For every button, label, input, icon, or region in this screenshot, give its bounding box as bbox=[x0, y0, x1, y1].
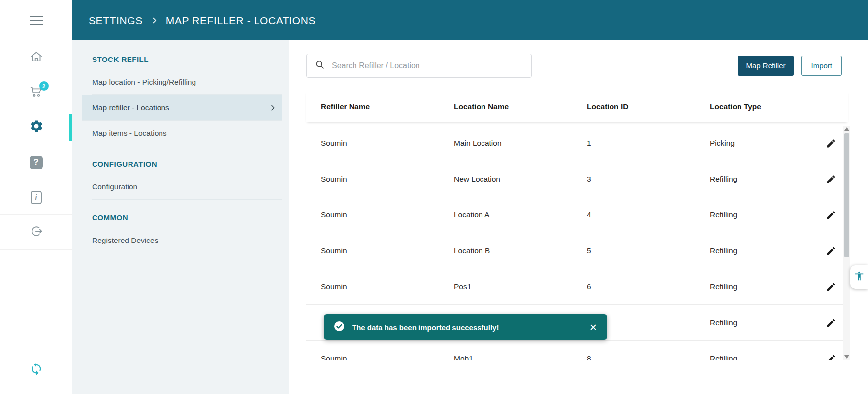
rail-item-info[interactable]: i bbox=[0, 180, 72, 215]
logout-icon bbox=[30, 224, 43, 240]
sidebar-item-configuration[interactable]: Configuration bbox=[92, 174, 282, 200]
rail-item-help[interactable]: ? bbox=[0, 145, 72, 180]
table-row: Soumin Location B 5 Refilling bbox=[306, 233, 848, 269]
sync-icon bbox=[30, 362, 43, 378]
search-icon bbox=[315, 60, 325, 72]
cell-refiller: Soumin bbox=[306, 175, 439, 183]
refresh-button[interactable] bbox=[0, 346, 72, 394]
cell-location: Mob1 bbox=[439, 354, 572, 360]
sidebar-item-map-refiller-locations[interactable]: Map refiller - Locations bbox=[82, 95, 282, 121]
edit-button[interactable] bbox=[823, 243, 839, 259]
toolbar-row: Map Refiller Import bbox=[306, 54, 842, 78]
nav-section-title-stock-refill: STOCK REFILL bbox=[92, 55, 282, 63]
table-row: Soumin Mob1 8 Refilling bbox=[306, 341, 848, 360]
sidebar-item-label: Map refiller - Locations bbox=[92, 103, 169, 112]
chevron-right-icon bbox=[269, 104, 277, 112]
cell-refiller: Soumin bbox=[306, 246, 439, 255]
scroll-down-arrow[interactable] bbox=[844, 355, 849, 359]
cell-location: Main Location bbox=[439, 139, 572, 148]
edit-button[interactable] bbox=[823, 279, 839, 295]
rail-item-home[interactable] bbox=[0, 40, 72, 75]
search-input[interactable] bbox=[332, 61, 523, 70]
cell-refiller: Soumin bbox=[306, 354, 439, 360]
edit-button[interactable] bbox=[823, 171, 839, 187]
cell-type: Picking bbox=[695, 139, 813, 148]
home-icon bbox=[29, 49, 44, 66]
settings-sidebar: STOCK REFILL Map location - Picking/Refi… bbox=[72, 40, 289, 394]
rail-item-settings[interactable] bbox=[0, 110, 72, 145]
nav-section-title-common: COMMON bbox=[92, 213, 282, 222]
table-row: Soumin New Location 3 Refilling bbox=[306, 161, 848, 197]
content-area: STOCK REFILL Map location - Picking/Refi… bbox=[72, 40, 868, 394]
import-button[interactable]: Import bbox=[801, 56, 842, 76]
icon-rail: 2 ? i bbox=[0, 0, 72, 394]
map-refiller-button[interactable]: Map Refiller bbox=[738, 56, 794, 76]
hamburger-menu-button[interactable] bbox=[0, 0, 72, 40]
toast-message: The data has been imported successfully! bbox=[352, 323, 499, 332]
cell-id: 8 bbox=[572, 354, 695, 360]
table-row: Soumin Pos1 6 Refilling bbox=[306, 269, 848, 305]
cell-id: 3 bbox=[572, 175, 695, 183]
cell-type: Refilling bbox=[695, 175, 813, 183]
sidebar-item-label: Configuration bbox=[92, 182, 137, 191]
rail-item-logout[interactable] bbox=[0, 215, 72, 250]
accessibility-icon bbox=[854, 271, 865, 283]
body-column: SETTINGS MAP REFILLER - LOCATIONS STOCK … bbox=[72, 0, 868, 394]
info-icon: i bbox=[31, 191, 42, 204]
hamburger-icon bbox=[30, 13, 43, 28]
cell-id: 1 bbox=[572, 139, 695, 148]
sidebar-item-label: Map location - Picking/Refilling bbox=[92, 78, 196, 87]
breadcrumb-page-title: MAP REFILLER - LOCATIONS bbox=[166, 15, 316, 27]
sidebar-item-label: Map items - Locations bbox=[92, 129, 167, 138]
rail-item-orders[interactable]: 2 bbox=[0, 75, 72, 110]
scroll-up-arrow[interactable] bbox=[844, 127, 849, 131]
app-window: 2 ? i bbox=[0, 0, 868, 394]
cell-type: Refilling bbox=[695, 354, 813, 360]
sidebar-item-label: Registered Devices bbox=[92, 236, 158, 245]
toast-success: The data has been imported successfully!… bbox=[324, 314, 607, 340]
sidebar-item-registered-devices[interactable]: Registered Devices bbox=[92, 228, 282, 253]
cell-id: 5 bbox=[572, 246, 695, 255]
table-row: Soumin Location A 4 Refilling bbox=[306, 197, 848, 233]
cell-refiller: Soumin bbox=[306, 282, 439, 291]
scrollbar-thumb[interactable] bbox=[844, 133, 849, 257]
edit-button[interactable] bbox=[823, 351, 839, 361]
table-row: Soumin Main Location 1 Picking bbox=[306, 125, 848, 161]
cell-id: 6 bbox=[572, 282, 695, 291]
cell-refiller: Soumin bbox=[306, 139, 439, 148]
cell-id: 4 bbox=[572, 211, 695, 219]
main-panel: Map Refiller Import Refiller Name Locati… bbox=[289, 40, 868, 394]
toast-close-button[interactable]: ✕ bbox=[589, 322, 597, 333]
cell-location: Pos1 bbox=[439, 282, 572, 291]
column-header-location-type: Location Type bbox=[695, 102, 813, 111]
edit-button[interactable] bbox=[823, 207, 839, 223]
nav-section-title-configuration: CONFIGURATION bbox=[92, 160, 282, 168]
top-header-bar: SETTINGS MAP REFILLER - LOCATIONS bbox=[72, 0, 868, 40]
cell-location: Location A bbox=[439, 211, 572, 219]
table-header-row: Refiller Name Location Name Location ID … bbox=[306, 91, 848, 122]
cell-refiller: Soumin bbox=[306, 211, 439, 219]
cell-type: Refilling bbox=[695, 282, 813, 291]
chevron-right-icon bbox=[150, 16, 159, 25]
sidebar-item-map-location-picking-refilling[interactable]: Map location - Picking/Refilling bbox=[92, 69, 282, 95]
breadcrumb-settings[interactable]: SETTINGS bbox=[89, 15, 143, 27]
cell-type: Refilling bbox=[695, 318, 813, 327]
column-header-location-name: Location Name bbox=[439, 102, 572, 111]
gear-icon bbox=[29, 119, 44, 136]
edit-button[interactable] bbox=[823, 315, 839, 331]
edit-button[interactable] bbox=[823, 135, 839, 152]
sidebar-item-map-items-locations[interactable]: Map items - Locations bbox=[92, 121, 282, 146]
column-header-location-id: Location ID bbox=[572, 102, 695, 111]
orders-count-badge: 2 bbox=[39, 81, 49, 91]
search-box bbox=[306, 54, 532, 78]
check-circle-icon bbox=[334, 321, 345, 333]
cell-type: Refilling bbox=[695, 211, 813, 219]
column-header-refiller-name: Refiller Name bbox=[306, 102, 439, 111]
accessibility-widget-button[interactable] bbox=[850, 265, 868, 289]
cell-type: Refilling bbox=[695, 246, 813, 255]
table-scrollbar[interactable] bbox=[843, 126, 850, 360]
cell-location: New Location bbox=[439, 175, 572, 183]
cell-location: Location B bbox=[439, 246, 572, 255]
help-icon: ? bbox=[30, 156, 43, 169]
